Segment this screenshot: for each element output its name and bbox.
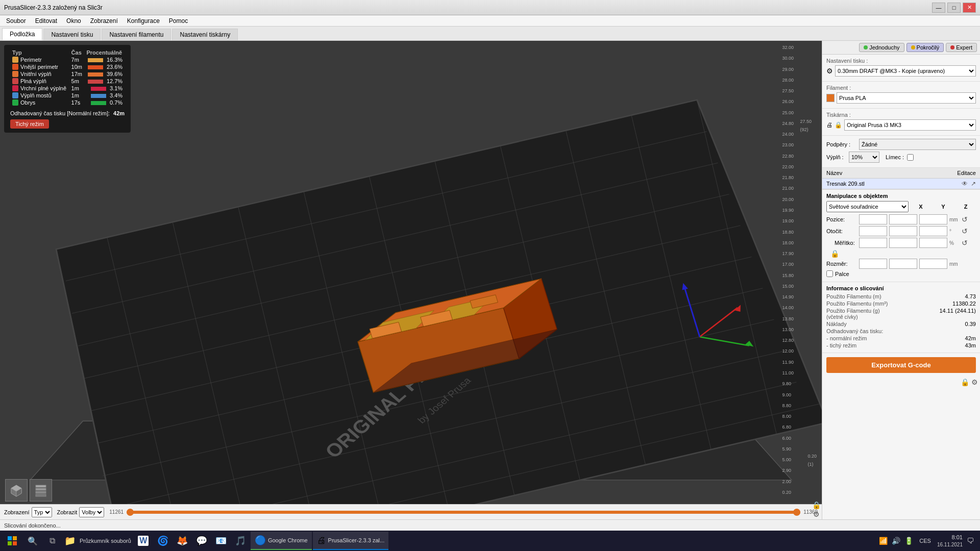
taskbar-app-edge[interactable]: 🌀 [154,532,172,550]
y-axis-right: 27.50 (92) [800,117,812,134]
y-label: 21.80 [782,175,794,180]
svg-rect-48 [36,494,46,496]
y-label: 13.80 [782,316,794,321]
display-control[interactable]: Zobrazit Volby [57,507,105,517]
taskbar-app-firefox[interactable]: 🦊 [173,532,191,550]
tab-nastaveni-tisku[interactable]: Nastavení tisku [43,29,101,40]
scale-z[interactable]: 50 [919,238,947,248]
layer-view-icon[interactable] [30,479,52,502]
mode-jednoduchy[interactable]: Jednoduchy [859,43,904,52]
stats-pct: 16.3% [84,56,125,63]
filament-select[interactable]: Prusa PLA [837,92,976,104]
palce-checkbox[interactable] [826,270,833,277]
taskbar-app-prusaslicer[interactable]: 🖨 PrusaSlicer-2.3.3 zal... [313,532,389,550]
tab-nastaveni-filamentu[interactable]: Nastavení filamentu [102,29,171,40]
position-y[interactable]: 105 [889,214,917,224]
lock-scale-icon[interactable]: 🔒 [830,249,839,258]
taskbar-app-word[interactable]: W [134,532,153,550]
stats-color [12,99,18,106]
time-value: 8:01 [937,534,963,541]
zoom-control[interactable]: Zobrazení Typ [4,507,52,517]
maximize-button[interactable]: □ [947,3,961,13]
taskbar-app-explorer[interactable]: 📁 Průzkumník souborů [62,532,133,550]
menu-konfigurace[interactable]: Konfigurace [123,16,164,26]
rotation-x[interactable]: 0 [859,226,887,236]
taskbar-search[interactable]: 🔍 [23,532,42,550]
menu-editovat[interactable]: Editovat [31,16,61,26]
mode-expert[interactable]: Expert [946,43,977,52]
stats-type: Vnitřní výplň [10,70,69,78]
taskbar-battery-icon[interactable]: 🔋 [904,537,913,545]
taskbar-start-button[interactable] [2,532,22,550]
slider-thumb-right[interactable] [793,509,800,516]
taskbar-time[interactable]: 8:01 16.11.2021 [937,534,963,547]
svg-rect-49 [8,536,12,540]
display-select[interactable]: Volby [79,507,104,517]
scale-y[interactable]: 50 [889,238,917,248]
taskbar-notifications[interactable]: 🗨 [967,537,974,545]
word-icon: W [138,536,149,546]
menu-pomoc[interactable]: Pomoc [165,16,192,26]
stats-time: 5m [69,78,85,85]
taskbar-app-mail[interactable]: 📧 [212,532,230,550]
scale-reset[interactable]: ↺ [962,239,968,247]
silent-mode-button[interactable]: Tichý režim [10,119,49,129]
size-x[interactable]: 60 [859,259,887,269]
silent-time-row: - tichý režim 43m [826,342,976,348]
slider-thumb-left[interactable] [127,509,134,516]
size-row: Rozměr: 60 25 32.5 mm [826,259,976,269]
filament-color-swatch[interactable] [826,94,835,102]
taskbar-sound-icon[interactable]: 🔊 [892,537,900,545]
obj-eye-icon[interactable]: 👁 [962,180,968,187]
brim-checkbox[interactable] [907,154,914,161]
taskbar-taskview[interactable]: ⧉ [43,532,61,550]
taskbar-app-media[interactable]: 🎵 [231,532,250,550]
stats-name: Obrys [20,99,35,106]
3d-view-icon[interactable] [5,479,28,502]
menu-zobrazeni[interactable]: Zobrazení [86,16,122,26]
y-label: 15.80 [782,273,794,278]
scale-x[interactable]: 50 [859,238,887,248]
rotation-reset[interactable]: ↺ [962,227,968,235]
stats-name: Vrchní plné výplně [20,85,66,91]
minimize-button[interactable]: — [932,3,945,13]
print-settings-select[interactable]: 0.30mm DRAFT @MK3 - Kopie (upraveno) [835,65,976,77]
printer-select[interactable]: Original Prusa i3 MK3 [844,119,976,131]
viewport[interactable]: ORIGINAL PRUSA i3 MK3 by Josef Prusa [0,41,822,519]
title-bar: PrusaSlicer-2.3.3 založený na Slic3r — □… [0,0,980,15]
panel-settings-icon[interactable]: ⚙ [971,378,978,386]
stats-pct: 23.6% [84,63,125,70]
infill-select[interactable]: 10% [849,152,879,163]
rotation-y[interactable]: 0 [889,226,917,236]
menu-okno[interactable]: Okno [62,16,85,26]
size-z[interactable]: 32.5 [919,259,947,269]
size-y[interactable]: 25 [889,259,917,269]
close-button[interactable]: ✕ [963,3,976,13]
zoom-label: Zobrazení [4,509,30,515]
obj-edit-icon[interactable]: ↗ [971,180,976,187]
position-reset[interactable]: ↺ [962,215,968,223]
lock-icon[interactable]: 🔒 [812,501,821,509]
rotation-z[interactable]: 0 [919,226,947,236]
tab-nastaveni-tiskarny[interactable]: Nastavení tiskárny [172,29,238,40]
taskbar-app-chrome[interactable]: 🔵 Google Chrome [251,532,312,550]
y-label: 14.90 [782,294,794,299]
panel-lock-icon[interactable]: 🔒 [961,378,969,386]
settings-icon[interactable]: ⚙ [813,510,820,518]
tab-podlozka[interactable]: Podložka [2,28,42,40]
stats-overlay: Typ Čas Procentuálně Perimetr 7m 16.3% [4,45,131,133]
print-settings-section: Nastavení tisku : ⚙ 0.30mm DRAFT @MK3 - … [822,55,980,82]
menu-soubor[interactable]: Soubor [2,16,30,26]
coord-system-select[interactable]: Světové souřadnice [826,201,909,212]
position-z[interactable]: 16.25 [919,214,947,224]
taskbar-network-icon[interactable]: 📶 [879,537,888,545]
taskbar-app-5[interactable]: 💬 [192,532,211,550]
mode-pokrocily[interactable]: Pokročilý [906,43,944,52]
layer-slider[interactable] [127,511,800,514]
export-gcode-button[interactable]: Exportovat G-code [826,357,976,373]
supports-select[interactable]: Žádné [859,139,976,150]
position-x[interactable]: 125 [859,214,887,224]
zoom-select[interactable]: Typ [32,507,52,517]
palce-label: Palce [835,271,849,277]
info-section: Informace o slicování Použito Filamentu … [822,282,980,353]
